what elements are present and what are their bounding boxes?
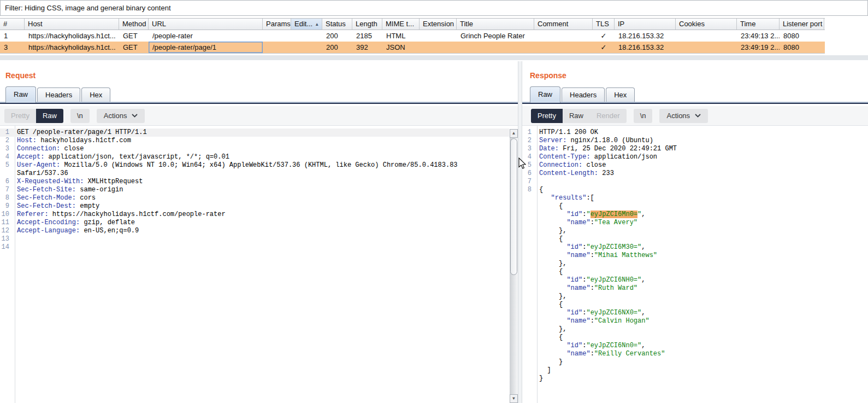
cell-extension[interactable]: [420, 30, 457, 42]
column-label: Time: [740, 20, 755, 28]
line-number: 6: [522, 170, 534, 178]
cell-listener-port[interactable]: 8080: [780, 30, 824, 42]
cell-method[interactable]: GET: [119, 42, 149, 53]
tab-response-raw[interactable]: Raw: [530, 86, 560, 103]
cell-mime-t[interactable]: HTML: [382, 30, 420, 42]
tab-response-headers[interactable]: Headers: [562, 87, 605, 102]
scrollbar-thumb[interactable]: [510, 138, 517, 275]
cell-title[interactable]: [457, 42, 534, 53]
column-header-tls[interactable]: TLS: [593, 19, 615, 30]
scrollbar-down-icon[interactable]: ▼: [510, 394, 518, 403]
cell-hash[interactable]: 3: [0, 42, 25, 53]
cell-length[interactable]: 2185: [352, 30, 382, 42]
table-row[interactable]: 1https://hackyholidays.h1ct...GET/people…: [0, 30, 825, 42]
column-header-status[interactable]: Status: [322, 19, 352, 30]
code-line: "name":"Reilly Cervantes": [522, 350, 868, 358]
tab-response-hex[interactable]: Hex: [606, 87, 635, 102]
tab-request-raw[interactable]: Raw: [5, 86, 36, 103]
cell-hash[interactable]: 1: [0, 30, 25, 42]
column-label: TLS: [596, 20, 609, 28]
cell-cookies[interactable]: [676, 42, 737, 53]
column-header-time[interactable]: Time: [737, 19, 780, 30]
column-header-edit[interactable]: Edit...▲: [291, 19, 322, 30]
cell-cookies[interactable]: [676, 30, 737, 42]
pretty-button[interactable]: Pretty: [531, 109, 563, 123]
column-header-listener-port[interactable]: Listener port: [780, 19, 824, 30]
raw-button[interactable]: Raw: [563, 109, 590, 123]
actions-dropdown[interactable]: Actions: [659, 109, 708, 123]
line-number: 2: [0, 137, 12, 145]
line-number: [522, 301, 534, 309]
column-header-url[interactable]: URL: [149, 19, 263, 30]
cell-length[interactable]: 392: [352, 42, 382, 53]
cell-edit[interactable]: [291, 30, 322, 42]
cell-listener-port[interactable]: 8080: [780, 42, 824, 53]
tab-request-hex[interactable]: Hex: [81, 87, 110, 102]
column-header-host[interactable]: Host: [25, 19, 119, 30]
raw-button[interactable]: Raw: [36, 109, 63, 123]
response-editor[interactable]: 1HTTP/1.1 200 OK2Server: nginx/1.18.0 (U…: [522, 125, 868, 403]
vertical-splitter[interactable]: [518, 61, 522, 403]
newline-toggle-button[interactable]: \n: [634, 109, 653, 123]
line-number: 4: [0, 153, 12, 161]
cell-url[interactable]: /people-rater/page/1: [149, 42, 263, 53]
cell-mime-t[interactable]: JSON: [382, 42, 420, 53]
cell-tls[interactable]: ✓: [593, 42, 615, 53]
code-line: 6X-Requested-With: XMLHttpRequest: [0, 178, 509, 186]
filter-bar[interactable]: Filter: Hiding CSS, image and general bi…: [0, 0, 868, 16]
line-number: 14: [0, 243, 12, 252]
code-text: HTTP/1.1 200 OK: [534, 129, 598, 137]
cell-ip[interactable]: 18.216.153.32: [615, 42, 676, 53]
column-header-hash[interactable]: #: [0, 19, 25, 30]
cell-status[interactable]: 200: [322, 30, 352, 42]
cell-comment[interactable]: [534, 42, 593, 53]
table-row[interactable]: 3https://hackyholidays.h1ct...GET/people…: [0, 42, 825, 53]
code-text: "name":"Reilly Cervantes": [534, 350, 665, 358]
line-number: [522, 211, 534, 219]
column-header-title[interactable]: Title: [457, 19, 534, 30]
cell-time[interactable]: 23:49:13 2...: [737, 30, 780, 42]
line-number: 7: [522, 178, 534, 186]
line-number: [522, 276, 534, 284]
cell-tls[interactable]: ✓: [593, 30, 615, 42]
column-header-method[interactable]: Method: [119, 19, 149, 30]
column-header-params[interactable]: Params: [263, 19, 291, 30]
cell-edit[interactable]: [291, 42, 322, 53]
newline-toggle-button[interactable]: \n: [70, 109, 90, 123]
render-button[interactable]: Render: [590, 109, 627, 123]
cell-extension[interactable]: [420, 42, 457, 53]
pretty-button[interactable]: Pretty: [4, 109, 36, 123]
cell-comment[interactable]: [534, 30, 593, 42]
cell-time[interactable]: 23:49:19 2...: [737, 42, 780, 53]
cell-ip[interactable]: 18.216.153.32: [615, 30, 676, 42]
code-line: {: [522, 235, 868, 243]
history-table-header: #HostMethodURLParamsEdit...▲StatusLength…: [0, 18, 825, 30]
code-text: X-Requested-With: XMLHttpRequest: [12, 178, 143, 186]
request-editor[interactable]: 1GET /people-rater/page/1 HTTP/1.12Host:…: [0, 125, 518, 403]
cell-method[interactable]: GET: [119, 30, 149, 42]
cell-host[interactable]: https://hackyholidays.h1ct...: [25, 30, 119, 42]
column-label: Params: [266, 20, 291, 28]
tab-request-headers[interactable]: Headers: [37, 87, 80, 102]
cell-params[interactable]: [263, 30, 291, 42]
line-number: [522, 342, 534, 350]
code-line: 2Server: nginx/1.18.0 (Ubuntu): [522, 137, 868, 145]
column-header-comment[interactable]: Comment: [534, 19, 593, 30]
code-line: 5User-Agent: Mozilla/5.0 (Windows NT 10.…: [0, 161, 509, 170]
request-scrollbar[interactable]: ▲ ▼: [510, 129, 518, 403]
cell-title[interactable]: Grinch People Rater: [457, 30, 534, 42]
column-header-extension[interactable]: Extension: [420, 19, 457, 30]
scrollbar-up-icon[interactable]: ▲: [510, 129, 518, 138]
column-header-ip[interactable]: IP: [615, 19, 676, 30]
cell-url[interactable]: /people-rater: [149, 30, 263, 42]
column-header-length[interactable]: Length: [352, 19, 382, 30]
column-header-mime-t[interactable]: MIME t...: [382, 19, 420, 30]
cell-params[interactable]: [263, 42, 291, 53]
line-number: [522, 284, 534, 293]
actions-dropdown[interactable]: Actions: [97, 109, 145, 123]
code-line: 7: [522, 178, 868, 186]
column-header-cookies[interactable]: Cookies: [676, 19, 737, 30]
horizontal-splitter[interactable]: [0, 55, 868, 60]
cell-status[interactable]: 200: [322, 42, 352, 53]
cell-host[interactable]: https://hackyholidays.h1ct...: [25, 42, 119, 53]
